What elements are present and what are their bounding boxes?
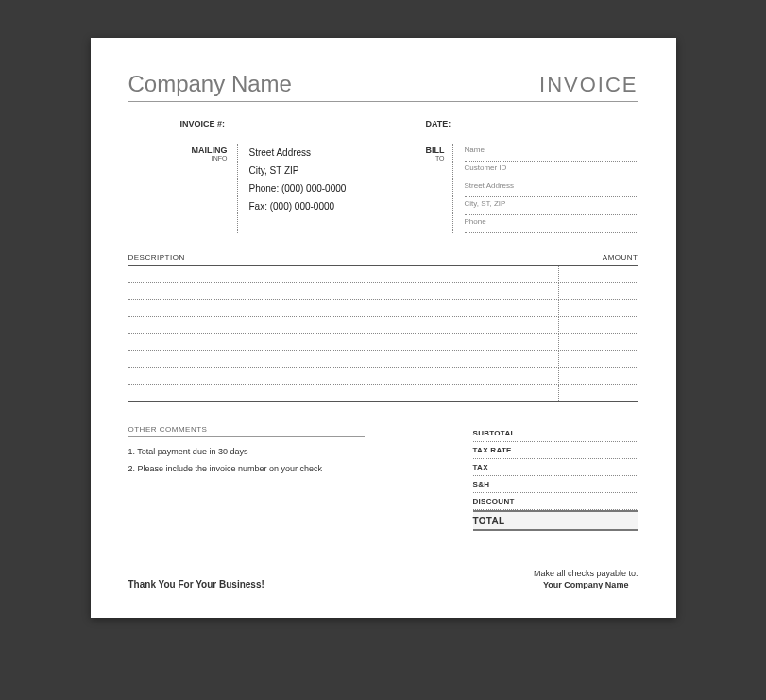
mailing-separator: [237, 144, 238, 233]
comments-header: OTHER COMMENTS: [128, 425, 365, 437]
item-row[interactable]: [128, 266, 638, 283]
item-row[interactable]: [128, 283, 638, 300]
item-row[interactable]: [128, 300, 638, 317]
subtotal-row: SUBTOTAL: [473, 425, 638, 442]
billto-label: BILL TO: [415, 144, 452, 233]
mailing-label-line1: MAILING: [128, 145, 228, 155]
billto-label-line2: TO: [415, 155, 445, 162]
billto-phone-input[interactable]: Phone: [465, 215, 638, 233]
date-field: DATE:: [426, 119, 638, 128]
thank-you-text: Thank You For Your Business!: [128, 579, 264, 589]
discount-row: DISCOUNT: [473, 493, 638, 510]
invoice-page: Company Name INVOICE INVOICE #: DATE: MA…: [91, 38, 676, 618]
amount-header: AMOUNT: [558, 253, 638, 262]
mailing-phone: Phone: (000) 000-0000: [249, 179, 415, 197]
footer: Thank You For Your Business! Make all ch…: [128, 569, 638, 589]
date-input[interactable]: [456, 119, 638, 128]
taxrate-row: TAX RATE: [473, 442, 638, 459]
mailing-street: Street Address: [249, 144, 415, 162]
items-body: [128, 266, 638, 402]
mailing-fax: Fax: (000) 000-0000: [249, 197, 415, 215]
taxrate-label: TAX RATE: [473, 446, 539, 454]
header: Company Name INVOICE: [128, 71, 638, 102]
billto-customer-input[interactable]: Customer ID: [465, 162, 638, 179]
item-row[interactable]: [128, 317, 638, 334]
subtotal-label: SUBTOTAL: [473, 429, 539, 437]
bottom-row: OTHER COMMENTS 1. Total payment due in 3…: [128, 425, 638, 531]
address-block: MAILING INFO Street Address City, ST ZIP…: [128, 144, 638, 233]
totals-section: SUBTOTAL TAX RATE TAX S&H DISCOUNT TOTAL: [473, 425, 638, 531]
mailing-city: City, ST ZIP: [249, 162, 415, 179]
meta-row: INVOICE #: DATE:: [180, 119, 638, 128]
mailing-label: MAILING INFO: [128, 144, 237, 233]
comments-section: OTHER COMMENTS 1. Total payment due in 3…: [128, 425, 473, 531]
discount-label: DISCOUNT: [473, 497, 539, 505]
billto-separator: [452, 144, 453, 233]
item-row[interactable]: [128, 351, 638, 368]
document-title: INVOICE: [539, 73, 638, 97]
billto-label-line1: BILL: [415, 145, 445, 155]
item-row[interactable]: [128, 385, 638, 402]
company-name: Company Name: [128, 71, 292, 97]
items-header: DESCRIPTION AMOUNT: [128, 250, 638, 266]
description-header: DESCRIPTION: [128, 253, 558, 262]
item-row[interactable]: [128, 334, 638, 351]
date-label: DATE:: [426, 119, 451, 128]
item-row[interactable]: [128, 368, 638, 385]
invoice-number-label: INVOICE #:: [180, 119, 226, 128]
total-row: TOTAL: [473, 510, 638, 531]
payable-text: Make all checks payable to:: [534, 569, 638, 578]
sh-row: S&H: [473, 476, 638, 493]
comment-line: 1. Total payment due in 30 days: [128, 447, 445, 456]
invoice-number-input[interactable]: [230, 119, 425, 128]
tax-label: TAX: [473, 463, 539, 471]
mailing-info: Street Address City, ST ZIP Phone: (000)…: [249, 144, 415, 233]
billto-street-input[interactable]: Street Address: [465, 179, 638, 197]
billto-city-input[interactable]: City, ST, ZIP: [465, 197, 638, 215]
mailing-label-line2: INFO: [128, 155, 228, 162]
sh-label: S&H: [473, 480, 539, 488]
invoice-number-field: INVOICE #:: [180, 119, 426, 128]
payable-name: Your Company Name: [534, 580, 638, 589]
total-label: TOTAL: [473, 516, 539, 526]
payable-block: Make all checks payable to: Your Company…: [534, 569, 638, 589]
tax-row: TAX: [473, 459, 638, 476]
billto-name-input[interactable]: Name: [465, 144, 638, 162]
comment-line: 2. Please include the invoice number on …: [128, 464, 445, 473]
billto-fields: Name Customer ID Street Address City, ST…: [465, 144, 638, 233]
